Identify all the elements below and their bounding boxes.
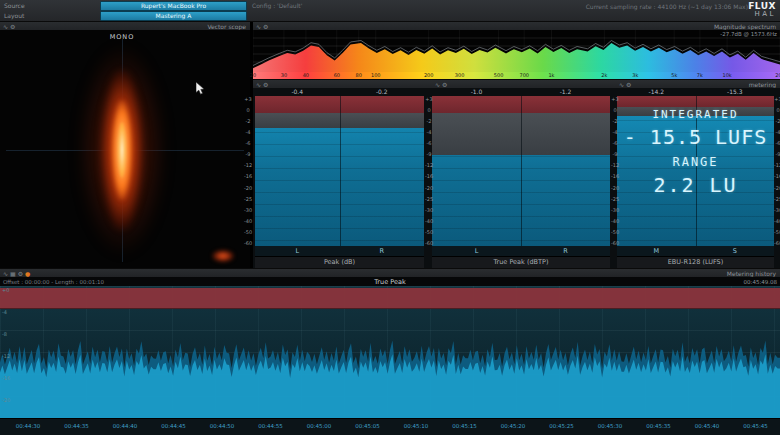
gear-icon[interactable]: ⚙ bbox=[626, 81, 633, 88]
mouse-cursor bbox=[196, 82, 205, 95]
meter-value: -15.3 bbox=[696, 88, 775, 95]
channel-label: L bbox=[255, 247, 340, 255]
correlation-glow bbox=[212, 250, 234, 262]
meter-scale-label: -30 bbox=[774, 207, 780, 213]
time-tick-label: 00:45:00 bbox=[307, 423, 332, 429]
history-graph[interactable]: +0-4-8-12-16-20 bbox=[0, 286, 780, 418]
meter-scale-label: -9 bbox=[776, 151, 780, 157]
freq-tick-label: 2k bbox=[601, 72, 607, 79]
config-text: Config : 'Default' bbox=[252, 2, 302, 9]
sine-icon[interactable]: ∿ bbox=[619, 81, 626, 88]
time-tick-label: 00:45:30 bbox=[598, 423, 623, 429]
meter-scale-label: -6 bbox=[246, 140, 251, 146]
sine-icon[interactable]: ∿ bbox=[3, 270, 10, 277]
history-scale-label: -20 bbox=[2, 397, 10, 403]
meter-scale-label: -40 bbox=[611, 218, 619, 224]
freq-tick-label: 10k bbox=[722, 72, 731, 79]
record-dot-icon[interactable]: ● bbox=[25, 270, 32, 277]
freq-tick-label: 200 bbox=[424, 72, 434, 79]
time-tick-label: 00:45:25 bbox=[549, 423, 574, 429]
history-clock: 00:45:49.08 bbox=[744, 279, 777, 285]
time-tick-label: 00:45:05 bbox=[355, 423, 380, 429]
time-tick-label: 00:44:50 bbox=[210, 423, 235, 429]
integrated-label: INTEGRATED bbox=[617, 108, 774, 121]
range-label: RANGE bbox=[617, 155, 774, 169]
meter-scale-label: -60 bbox=[244, 240, 252, 246]
history-info-row: Offset : 00:00:00 - Length : 00:01:10 Tr… bbox=[0, 277, 780, 286]
sine-icon[interactable]: ∿ bbox=[435, 81, 442, 88]
freq-tick-label: 30 bbox=[281, 72, 287, 79]
scope-signal-hotspot bbox=[118, 122, 126, 178]
freq-tick-label: 3k bbox=[632, 72, 638, 79]
sine-icon[interactable]: ∿ bbox=[3, 23, 10, 30]
meter-scale-label: -2 bbox=[776, 118, 780, 124]
meter-scale-label: -60 bbox=[611, 240, 619, 246]
meter-scale-label: 0 bbox=[427, 107, 430, 113]
meter-scale: +30-2-4-6-9-12-16-20-25-30-40-50-60 bbox=[423, 96, 435, 246]
time-tick-label: 00:44:45 bbox=[161, 423, 186, 429]
freq-tick-label: 40 bbox=[303, 72, 309, 79]
channel-label: L bbox=[432, 247, 521, 255]
layout-label: Layout bbox=[4, 12, 24, 19]
channel-label: R bbox=[521, 247, 610, 255]
meter-scale-label: -2 bbox=[246, 118, 251, 124]
channel-label: M bbox=[617, 247, 696, 255]
meter-scale-label: -25 bbox=[244, 196, 252, 202]
meter-scale-label: -4 bbox=[246, 129, 251, 135]
meter-scale-label: -50 bbox=[611, 229, 619, 235]
freq-tick-label: 7k bbox=[697, 72, 703, 79]
meter-scale-label: +3 bbox=[425, 96, 432, 102]
history-scale-label: -4 bbox=[2, 309, 7, 315]
history-waveform bbox=[0, 286, 780, 418]
channel-label: S bbox=[696, 247, 775, 255]
spectrum-title: Magnitude spectrum bbox=[714, 23, 776, 30]
meter-scale-label: +3 bbox=[774, 96, 780, 102]
meter-scale-label: -20 bbox=[244, 185, 252, 191]
time-tick-label: 00:44:55 bbox=[258, 423, 283, 429]
gear-icon[interactable]: ⚙ bbox=[263, 81, 270, 88]
integrated-value: - 15.5 LUFS bbox=[617, 125, 774, 149]
vectorscope-title: Vector scope bbox=[207, 23, 246, 30]
loudness-readout: INTEGRATED - 15.5 LUFS RANGE 2.2 LU bbox=[617, 108, 774, 197]
freq-tick-label: 20 bbox=[250, 72, 256, 79]
range-value: 2.2 LU bbox=[617, 173, 774, 197]
freq-tick-label: 300 bbox=[455, 72, 465, 79]
gear-icon[interactable]: ⚙ bbox=[10, 23, 17, 30]
meter-scale-label: -16 bbox=[244, 173, 252, 179]
layout-select-button[interactable]: Mastering A bbox=[100, 11, 247, 21]
meter-panel-peak[interactable]: -0.4 -0.2 L R Peak (dB) bbox=[255, 88, 424, 267]
meter-scale-label: -9 bbox=[246, 151, 251, 157]
channel-label: R bbox=[340, 247, 425, 255]
gear-icon[interactable]: ⚙ bbox=[18, 270, 25, 277]
time-tick-label: 00:44:35 bbox=[64, 423, 89, 429]
grid-icon[interactable]: ▦ bbox=[10, 270, 18, 277]
meter-scale-label: -12 bbox=[774, 162, 780, 168]
source-label: Source bbox=[4, 2, 25, 9]
meter-scale-label: -40 bbox=[425, 218, 433, 224]
meter-scale-label: -40 bbox=[774, 218, 780, 224]
gear-icon[interactable]: ⚙ bbox=[263, 23, 270, 30]
time-tick-label: 00:45:40 bbox=[695, 423, 720, 429]
meter-bars bbox=[255, 96, 424, 246]
meter-scale-label: -9 bbox=[427, 151, 432, 157]
meter-scale-label: -20 bbox=[425, 185, 433, 191]
meter-panel-truepeak[interactable]: -1.0 -1.2 L R True Peak (dBTP) bbox=[432, 88, 610, 267]
meter-scale-label: -30 bbox=[425, 207, 433, 213]
gear-icon[interactable]: ⚙ bbox=[442, 81, 449, 88]
meter-value: -1.0 bbox=[432, 88, 521, 95]
vectorscope-display[interactable]: MONO bbox=[0, 30, 250, 268]
spectrum-display[interactable]: -27.7dB @ 1573.6Hz bbox=[253, 30, 780, 72]
spectrum-plot bbox=[253, 30, 780, 72]
sine-icon[interactable]: ∿ bbox=[256, 23, 263, 30]
freq-tick-label: 500 bbox=[494, 72, 504, 79]
meter-scale: +30-2-4-6-9-12-16-20-25-30-40-50-60 bbox=[242, 96, 254, 246]
spectrum-readout: -27.7dB @ 1573.6Hz bbox=[720, 31, 777, 37]
source-select-button[interactable]: Rupert's MacBook Pro bbox=[100, 1, 247, 11]
meter-value: -0.2 bbox=[340, 88, 425, 95]
meter-scale-label: -60 bbox=[774, 240, 780, 246]
time-tick-label: 00:44:40 bbox=[113, 423, 138, 429]
sampling-rate-text: Current sampling rate : 44100 Hz (~1 day… bbox=[586, 3, 748, 10]
meter-scale-label: -6 bbox=[776, 140, 780, 146]
sine-icon[interactable]: ∿ bbox=[256, 81, 263, 88]
meter-title: True Peak (dBTP) bbox=[432, 256, 610, 268]
